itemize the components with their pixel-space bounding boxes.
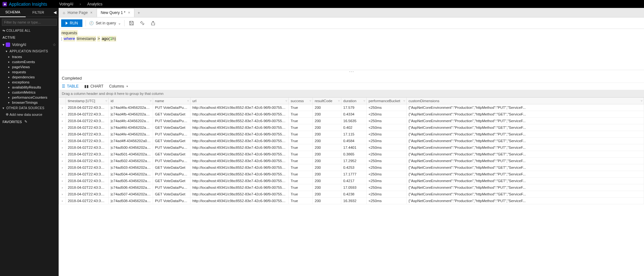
tree-item-pageViews[interactable]: ▸pageViews bbox=[0, 64, 59, 69]
tree-item-label: customMetrics bbox=[12, 90, 35, 94]
column-header[interactable]: url▿ bbox=[190, 98, 289, 104]
table-row[interactable]: ›2018-04-02T22:43:30.209|c74ad4fc-434562… bbox=[59, 118, 644, 124]
expand-row-button[interactable]: › bbox=[59, 184, 66, 191]
group-application-insights[interactable]: ▾ APPLICATION INSIGHTS bbox=[0, 48, 59, 54]
expand-row-button[interactable]: › bbox=[59, 178, 66, 184]
expand-row-button[interactable]: › bbox=[59, 191, 66, 198]
pencil-icon[interactable]: ✎ bbox=[24, 120, 27, 124]
collapse-all-button[interactable]: ⇆ COLLAPSE ALL bbox=[0, 28, 59, 34]
expand-row-button[interactable]: › bbox=[59, 198, 66, 204]
close-icon[interactable]: × bbox=[90, 10, 93, 15]
column-header[interactable]: duration▿ bbox=[341, 98, 367, 104]
tree-item-exceptions[interactable]: ▸exceptions bbox=[0, 80, 59, 85]
group-by-bar[interactable]: Drag a column header and drop it here to… bbox=[59, 90, 644, 97]
table-row[interactable]: ›2018-04-02T22:43:31.221|c74ad501-434562… bbox=[59, 151, 644, 158]
tree-item-browserTimings[interactable]: ▸browserTimings bbox=[0, 100, 59, 105]
cell-success: True bbox=[289, 124, 313, 131]
table-row[interactable]: ›2018-04-02T22:43:31.038|c74ad4fe-434562… bbox=[59, 131, 644, 138]
filter-icon[interactable]: ▿ bbox=[187, 99, 189, 102]
export-icon[interactable] bbox=[149, 19, 157, 27]
expand-row-button[interactable]: › bbox=[59, 111, 66, 118]
expand-row-button[interactable]: › bbox=[59, 104, 66, 111]
tab-home[interactable]: ⌂ Home Page × bbox=[59, 8, 97, 17]
cell-resultcode: 200 bbox=[313, 118, 341, 124]
results-grid[interactable]: timestamp [UTC]▿id▿name▿url▿success▿resu… bbox=[59, 97, 644, 276]
expand-row-button[interactable]: › bbox=[59, 144, 66, 151]
table-row[interactable]: ›2018-04-02T22:43:31.566|c74ad505-434562… bbox=[59, 178, 644, 184]
view-table-button[interactable]: ☰ TABLE bbox=[62, 84, 79, 89]
filter-icon[interactable]: ▿ bbox=[403, 99, 405, 102]
sidebar-collapse-icon[interactable]: ◀ bbox=[51, 8, 59, 17]
view-chart-button[interactable]: ▮▮ CHART bbox=[84, 84, 103, 89]
filter-icon[interactable]: ▿ bbox=[641, 99, 642, 102]
column-label: customDimensions bbox=[409, 99, 439, 103]
expand-row-button[interactable]: › bbox=[59, 124, 66, 131]
section-favorites[interactable]: FAVORITES ✎ bbox=[0, 118, 59, 126]
tree-item-availabilityResults[interactable]: ▸availabilityResults bbox=[0, 85, 59, 90]
filter-icon[interactable]: ▿ bbox=[150, 99, 151, 102]
table-row[interactable]: ›2018-04-02T22:43:31.375|c74ad502-434562… bbox=[59, 158, 644, 164]
table-row[interactable]: ›2018-04-02T22:43:31.064|c74ad4ff-434562… bbox=[59, 138, 644, 144]
tree-item-requests[interactable]: ▸requests bbox=[0, 69, 59, 75]
table-row[interactable]: ›2018-04-02T22:43:31.895|c74ad508-434562… bbox=[59, 198, 644, 204]
column-header[interactable]: success▿ bbox=[289, 98, 313, 104]
column-header[interactable]: performanceBucket▿ bbox=[367, 98, 407, 104]
section-other-sources[interactable]: ▾ OTHER DATA SOURCES bbox=[0, 105, 59, 111]
table-row[interactable]: ›2018-04-02T22:43:31.399|c74ad503-434562… bbox=[59, 164, 644, 171]
expand-row-button[interactable]: › bbox=[59, 158, 66, 164]
table-row[interactable]: ›2018-04-02T22:43:31.750|c74ad507-434562… bbox=[59, 191, 644, 198]
cell-name: PUT VoteData/Put [name] bbox=[153, 198, 190, 204]
expand-row-button[interactable]: › bbox=[59, 164, 66, 171]
filter-icon[interactable]: ▿ bbox=[338, 99, 340, 102]
breadcrumb-app[interactable]: VotingAI bbox=[59, 2, 74, 6]
app-name: VotingAI bbox=[12, 43, 26, 47]
cell-url: http://localhost:49341/c9bc8552-83e7-42c… bbox=[190, 171, 289, 178]
table-row[interactable]: ›2018-04-02T22:43:30.233|c74ad4fd-434562… bbox=[59, 124, 644, 131]
time-range-button[interactable]: 🕘 Set in query ⌄ bbox=[89, 21, 121, 25]
column-header[interactable]: id▿ bbox=[109, 98, 153, 104]
table-row[interactable]: ›2018-04-02T22:43:30.004|c74ad4fa-434562… bbox=[59, 104, 644, 111]
tree-item-dependencies[interactable]: ▸dependencies bbox=[0, 75, 59, 80]
table-row[interactable]: ›2018-04-02T22:43:30.029|c74ad4fb-434562… bbox=[59, 111, 644, 118]
cell-name: GET VoteData/Get bbox=[153, 164, 190, 171]
columns-dropdown[interactable]: Columns ▾ bbox=[109, 84, 128, 89]
table-row[interactable]: ›2018-04-02T22:43:31.541|c74ad504-434562… bbox=[59, 171, 644, 178]
filter-icon[interactable]: ▿ bbox=[310, 99, 311, 102]
column-header[interactable]: timestamp [UTC]▿ bbox=[66, 98, 109, 104]
tab-add-button[interactable]: ＋ bbox=[134, 8, 143, 17]
expand-row-button[interactable]: › bbox=[59, 118, 66, 124]
sidebar-tab-schema[interactable]: SCHEMA bbox=[0, 8, 26, 17]
expand-row-button[interactable]: › bbox=[59, 151, 66, 158]
cell-perfbucket: <250ms bbox=[367, 151, 407, 158]
column-header[interactable]: name▿ bbox=[153, 98, 190, 104]
filter-icon[interactable]: ▿ bbox=[106, 99, 107, 102]
table-row[interactable]: ›2018-04-02T22:43:31.725|c74ad506-434562… bbox=[59, 184, 644, 191]
save-icon[interactable] bbox=[128, 19, 135, 27]
tab-query-1[interactable]: New Query 1 * × bbox=[97, 8, 134, 17]
tree-item-customEvents[interactable]: ▸customEvents bbox=[0, 59, 59, 64]
link-icon[interactable] bbox=[138, 19, 146, 27]
expand-row-button[interactable]: › bbox=[59, 171, 66, 178]
expand-row-button[interactable]: › bbox=[59, 138, 66, 144]
close-icon[interactable]: × bbox=[128, 10, 130, 15]
column-header[interactable]: resultCode▿ bbox=[313, 98, 341, 104]
run-button[interactable]: RUN bbox=[61, 19, 82, 27]
query-editor[interactable]: requests | where timestamp > ago(1h) bbox=[59, 29, 644, 70]
filter-icon[interactable]: ▿ bbox=[364, 99, 365, 102]
cell-customdimensions: {"AspNetCoreEnvironment":"Production","h… bbox=[407, 191, 644, 198]
column-header[interactable]: customDimensions▿ bbox=[407, 98, 644, 104]
tree-item-customMetrics[interactable]: ▸customMetrics bbox=[0, 90, 59, 95]
app-node[interactable]: ▾ VotingAI ☆ bbox=[0, 41, 59, 48]
table-row[interactable]: ›2018-04-02T22:43:31.197|c74ad500-434562… bbox=[59, 144, 644, 151]
brand-title[interactable]: Application Insights bbox=[9, 2, 47, 7]
schema-filter-input[interactable] bbox=[2, 19, 57, 26]
breadcrumb-page[interactable]: Analytics bbox=[87, 2, 102, 6]
splitter-handle[interactable]: ⋯ bbox=[59, 70, 644, 74]
tree-item-traces[interactable]: ▸traces bbox=[0, 54, 59, 59]
filter-icon[interactable]: ▿ bbox=[286, 99, 287, 102]
sidebar-tab-filter[interactable]: FILTER bbox=[26, 8, 51, 17]
expand-row-button[interactable]: › bbox=[59, 131, 66, 138]
tree-item-performanceCounters[interactable]: ▸performanceCounters bbox=[0, 95, 59, 100]
add-data-source-button[interactable]: ⊕ Add new data source bbox=[0, 111, 59, 118]
star-icon[interactable]: ☆ bbox=[53, 43, 56, 47]
